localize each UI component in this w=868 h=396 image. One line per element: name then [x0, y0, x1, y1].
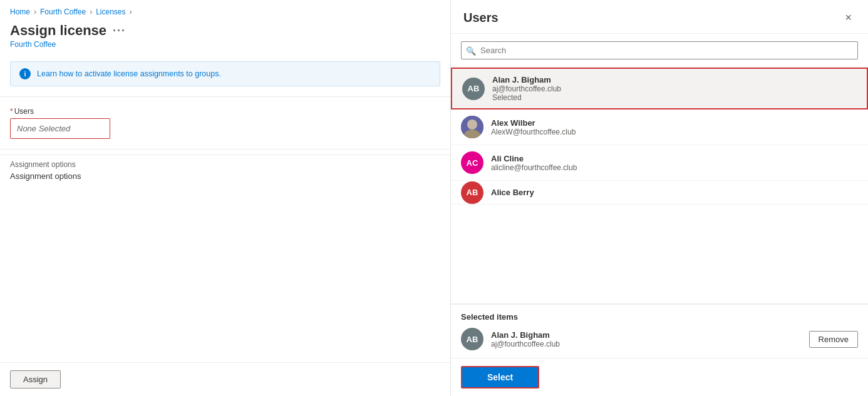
selected-user-name: Alan J. Bigham [491, 330, 802, 340]
select-button[interactable]: Select [461, 366, 539, 388]
info-icon: i [19, 68, 31, 79]
page-subtitle[interactable]: Fourth Coffee [0, 40, 450, 56]
search-box: 🔍 [461, 41, 858, 59]
user-email-alex: AlexW@fourthcoffee.club [491, 128, 858, 136]
user-item-alice[interactable]: AB Alice Berry [451, 181, 868, 205]
selected-section: Selected items AB Alan J. Bigham aj@four… [451, 303, 868, 358]
svg-point-1 [467, 119, 477, 129]
selected-user-row: AB Alan J. Bigham aj@fourthcoffee.club R… [461, 328, 858, 350]
user-item-alan[interactable]: AB Alan J. Bigham aj@fourthcoffee.club S… [451, 68, 868, 109]
user-name-alex: Alex Wilber [491, 118, 858, 128]
user-selected-alan: Selected [492, 93, 857, 102]
close-button[interactable]: × [841, 10, 855, 26]
selected-user-email: aj@fourthcoffee.club [491, 340, 802, 348]
user-info-alan: Alan J. Bigham aj@fourthcoffee.club Sele… [492, 75, 857, 102]
users-field-section: *Users None Selected [0, 102, 450, 144]
users-list: AB Alan J. Bigham aj@fourthcoffee.club S… [451, 67, 868, 303]
search-icon: 🔍 [466, 46, 476, 55]
remove-button[interactable]: Remove [809, 331, 858, 348]
user-item-alex[interactable]: Alex Wilber AlexW@fourthcoffee.club [451, 109, 868, 145]
user-info-ali: Ali Cline alicline@fourthcoffee.club [491, 154, 858, 172]
user-name-alan: Alan J. Bigham [492, 75, 857, 84]
assignment-section: Assignment options Assignment options [0, 155, 450, 186]
user-info-alice: Alice Berry [491, 188, 858, 197]
avatar-alex [461, 116, 483, 138]
search-input[interactable] [461, 41, 858, 59]
more-options-button[interactable]: ··· [113, 24, 126, 38]
avatar-ali: AC [461, 151, 483, 174]
user-name-ali: Ali Cline [491, 154, 858, 163]
avatar-alice: AB [461, 181, 483, 204]
left-panel: Home › Fourth Coffee › Licenses › Assign… [0, 0, 451, 396]
breadcrumb: Home › Fourth Coffee › Licenses › [0, 0, 450, 19]
selected-user-info: Alan J. Bigham aj@fourthcoffee.club [491, 330, 802, 348]
users-field-value[interactable]: None Selected [10, 118, 110, 139]
panel-footer: Select [451, 358, 868, 396]
divider-1 [0, 96, 450, 97]
assignment-value: Assignment options [10, 171, 440, 181]
selected-avatar: AB [461, 328, 483, 350]
user-email-alan: aj@fourthcoffee.club [492, 84, 857, 93]
user-item-ali[interactable]: AC Ali Cline alicline@fourthcoffee.club [451, 145, 868, 181]
breadcrumb-fourth-coffee[interactable]: Fourth Coffee [40, 8, 86, 16]
avatar-alan: AB [462, 78, 485, 100]
user-info-alex: Alex Wilber AlexW@fourthcoffee.club [491, 118, 858, 136]
breadcrumb-licenses[interactable]: Licenses [96, 8, 125, 16]
user-name-alice: Alice Berry [491, 188, 858, 197]
page-title: Assign license ··· [0, 19, 450, 40]
panel-header: Users × [451, 0, 868, 34]
selected-section-title: Selected items [461, 312, 858, 322]
assign-button[interactable]: Assign [10, 370, 61, 388]
breadcrumb-home[interactable]: Home [10, 8, 30, 16]
users-field-label: *Users [10, 107, 440, 116]
user-email-ali: alicline@fourthcoffee.club [491, 163, 858, 172]
info-link[interactable]: Learn how to activate license assignment… [37, 69, 221, 78]
divider-2 [0, 149, 450, 150]
info-banner: i Learn how to activate license assignme… [10, 61, 440, 86]
left-footer: Assign [0, 362, 450, 396]
panel-title: Users [463, 11, 499, 25]
right-panel: Users × 🔍 AB Alan J. Bigham aj@fourthcof… [451, 0, 868, 396]
assignment-label: Assignment options [10, 160, 440, 169]
